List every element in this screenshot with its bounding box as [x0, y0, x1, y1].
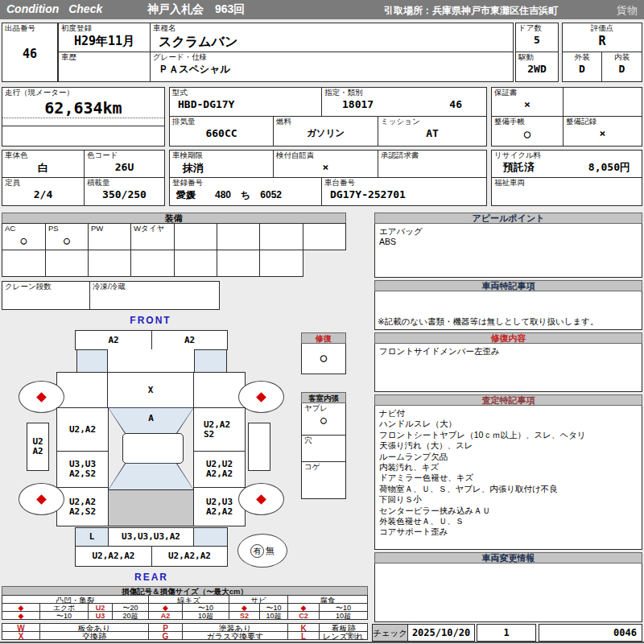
cabin-legend-header: 客室内張 — [301, 392, 346, 403]
equipment-row2-7 — [259, 250, 303, 277]
grade-cell: グレード・仕様 ＰＡスペシャル — [150, 52, 514, 82]
front-bumper-left: A2 — [75, 330, 152, 350]
assessment-notes-box: 査定特記事項 ナビ付 ハンドルスレ（大） フロントシートヤブレ（10ｃｍ以上）、… — [374, 394, 642, 550]
model-name-value: スクラムバン — [151, 34, 513, 51]
mileage-divider-dotted — [2, 118, 164, 118]
front-door-right: U2,A2 S2 — [193, 407, 246, 452]
category-badge: 貨物 — [617, 3, 638, 18]
legend-r2c4: 20超 — [112, 611, 149, 620]
repair-content-header: 修復内容 — [374, 332, 642, 344]
registration-number-value: 愛媛 480 ち 6052 — [170, 188, 321, 202]
approval-cell: 承認請求書 — [378, 150, 487, 178]
equipment-cell-ps: PS ○ — [45, 223, 89, 250]
left-sill: U2 A2 — [27, 423, 49, 471]
welfare-label: 福祉車両 — [492, 178, 642, 188]
check-date-cell: 2025/10/20 — [407, 624, 475, 642]
front-bumper-left-code: A2 — [108, 336, 118, 345]
spare-tire-no: 無 — [266, 545, 275, 557]
equipment-row2-2 — [45, 250, 89, 277]
damage-diamond-icon — [256, 494, 266, 505]
damage-diamond-icon — [256, 392, 266, 402]
legend-code-l: L — [287, 631, 320, 640]
front-door-left: U2,A2 — [56, 407, 109, 452]
chassis-number-cell: 車台番号 DG17Y-252701 — [321, 177, 487, 206]
check-count-cell: 1 — [477, 624, 536, 642]
body-color-label: 車体色 — [2, 151, 84, 161]
recycle-amount-value: 8,050円 — [588, 160, 630, 175]
equipment-label-ac: AC — [2, 224, 45, 234]
legend-r2c3: U3 — [88, 611, 113, 620]
color-code-label: 色コード — [85, 151, 164, 161]
welfare-cell: 福祉車両 — [491, 177, 642, 206]
history-cell: 車歴 — [58, 52, 151, 82]
inspection-cell: 車検期限 抹消 — [169, 150, 274, 178]
equipment-cell-8 — [303, 223, 346, 250]
inspection-value: 抹消 — [170, 161, 273, 175]
class-cell: 指定・類別 18017 46 — [321, 87, 487, 117]
check-date-value: 2025/10/20 — [412, 627, 470, 638]
equipment-row2-1 — [2, 250, 46, 277]
maintenance-book-cell: 整備手帳 ○ — [491, 116, 564, 147]
slide-door-right: U2,U2 A2,A2 — [193, 451, 246, 488]
displacement-cell: 排気量 660CC — [169, 116, 274, 147]
equipment-cell-7 — [259, 223, 303, 250]
model-name-cell: 車種名 スクラムバン — [150, 23, 514, 52]
equipment-cell-pw: PW — [88, 223, 131, 250]
equipment-row2-4 — [130, 250, 175, 277]
grade-label: グレード・仕様 — [151, 52, 513, 63]
quarter-panel-left-codes: U2,A2 A2,S2 — [69, 497, 96, 517]
cabin-row-burn-label: コゲ — [302, 462, 345, 473]
rear-corner-left-code: L — [89, 532, 95, 542]
appeal-points-box: アピールポイント エアバッグ ABS — [374, 213, 642, 278]
equipment-value-ac: ○ — [2, 234, 45, 246]
first-registration-label: 初度登録 — [59, 23, 150, 34]
maintenance-record-cell: 整備記録 × — [563, 116, 642, 147]
rear-window-glass — [109, 464, 193, 489]
exterior-grade-value: D — [563, 63, 601, 75]
cabin-row-burn: コゲ — [302, 462, 345, 498]
cabin-row-tear: ヤブレ ○ — [302, 403, 345, 436]
exterior-grade-label: 外装 — [563, 52, 601, 63]
slide-door-right-codes: U2,U2 A2,A2 — [206, 460, 233, 479]
inspection-label: 車検期限 — [170, 151, 273, 161]
vehicle-notes-note: ※記載のない書類・機器等は無しとして取り扱いします。 — [378, 316, 599, 328]
spare-tire-indicator: 有 無 — [237, 534, 287, 568]
drive-label: 駆動 — [516, 52, 558, 63]
warranty-value: × — [492, 98, 563, 110]
legend-code-g: G — [148, 631, 183, 640]
equipment-row2-3 — [88, 250, 131, 277]
cargo-area — [108, 489, 194, 526]
recycle-fee-cell: リサイクル料 預託済 8,050円 — [491, 150, 642, 178]
recycle-fee-label: リサイクル料 — [492, 151, 642, 161]
brand-logo: Condition Check — [6, 2, 102, 15]
recycle-fee-values: 預託済 8,050円 — [492, 160, 642, 175]
first-registration-cell: 初度登録 H29年11月 — [58, 23, 151, 52]
quarter-panel-left: U2,A2 A2,S2 — [56, 487, 109, 526]
legend-r2c1: ◆ — [2, 611, 40, 620]
legend-desc-g: ガラス交換要す — [182, 631, 288, 640]
equipment-label-pw: PW — [89, 224, 130, 234]
class-value-2: 46 — [449, 98, 462, 110]
insurance-label: 検付自賠責 — [274, 151, 378, 161]
assessment-notes-header: 査定特記事項 — [374, 394, 642, 406]
registration-number-cell: 登録番号 愛媛 480 ち 6052 — [169, 177, 322, 206]
cabin-row-tear-value: ○ — [302, 414, 345, 426]
interior-grade-label: 内装 — [602, 52, 642, 63]
bottom-rule — [0, 642, 644, 643]
fuel-label: 燃料 — [274, 117, 378, 127]
right-sill — [248, 423, 270, 471]
repair-legend-value: ○ — [302, 351, 345, 364]
capacity-label: 定員 — [2, 178, 84, 188]
fuel-value: ガソリン — [274, 127, 378, 139]
damage-diamond-icon — [36, 392, 47, 402]
fridge-label: 冷凍/冷蔵 — [90, 282, 219, 292]
mileage-value: 62,634km — [2, 98, 164, 118]
legend-r2c2: 〜10 — [39, 611, 89, 620]
crane-cell: クレーン段数 — [2, 281, 90, 310]
interior-grade-cell: 内装 D — [601, 52, 642, 82]
rear-gate: U3,U3,U3,A2 — [108, 527, 194, 547]
auction-title: 神戸入札会 963回 — [147, 2, 245, 17]
check-code-value: 0046 — [613, 627, 637, 638]
rear-bumper-left-codes: U2,A2,A2 — [93, 551, 135, 561]
front-door-right-codes: U2,A2 S2 — [204, 420, 230, 440]
